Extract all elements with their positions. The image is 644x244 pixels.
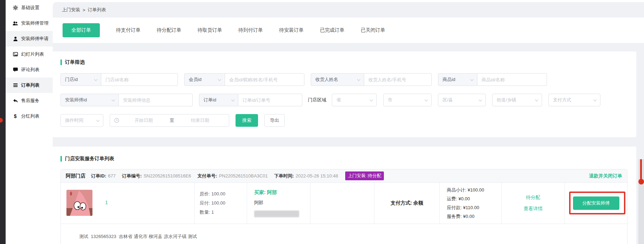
member-filter-group: 会员id	[184, 73, 304, 86]
product-image[interactable]	[66, 190, 92, 224]
order-body: 1 原价: 100.00 应付: 100.00 数量: 1 买家: 阿部 阿部	[61, 183, 627, 224]
sidebar-item-dividend-list[interactable]: $ 分红列表	[6, 108, 53, 124]
date-range-separator: 至	[168, 117, 176, 124]
payable-price: 应付: 100.00	[200, 200, 247, 206]
view-details-link[interactable]: 查看详情	[524, 206, 543, 212]
order-sn-value: SN22052615108516E6	[143, 173, 191, 179]
gear-icon	[13, 5, 18, 11]
tab-pending-cod[interactable]: 待到付订单	[238, 27, 263, 33]
tab-all-orders[interactable]: 全部订单	[63, 23, 100, 37]
consignee-name-input[interactable]	[364, 73, 432, 86]
user-icon	[13, 36, 18, 42]
breadcrumb-current: 订单列表	[88, 7, 106, 13]
sidebar-item-basic-settings[interactable]: 基础设置	[6, 0, 53, 15]
tab-completed[interactable]: 已完成订单	[320, 27, 344, 33]
sidebar-item-label: 安装师傅管理	[21, 20, 49, 26]
sidebar-item-label: 订单列表	[21, 82, 39, 88]
refund-close-link[interactable]: 退款并关闭订单	[589, 173, 623, 179]
list-icon	[13, 83, 18, 88]
order-header: 阿部门店 订单ID: 677 订单编号: SN22052615108516E6 …	[61, 169, 627, 183]
assign-installer-button[interactable]: 分配安装师傅	[573, 196, 619, 210]
product-id-input[interactable]	[477, 73, 547, 86]
order-status-tabs: 全部订单 待支付订单 待分配订单 待取货订单 待到付订单 待安装订单 已完成订单…	[53, 18, 644, 43]
product-cell: 1	[61, 183, 195, 224]
tab-pending-pickup[interactable]: 待取货订单	[198, 27, 222, 33]
product-id-select[interactable]: 商品id	[438, 73, 477, 86]
breadcrumb-parent[interactable]: 上门安装	[62, 7, 80, 13]
quantity-line: 数量: 1	[200, 209, 247, 215]
tab-pending-assignment[interactable]: 待分配订单	[157, 27, 181, 33]
admin-order-list-page: 基础设置 安装师傅管理 安装师傅申请 幻灯片列表 评论列表	[0, 0, 644, 244]
address-line: 测试 1326565323 吉林省 通化市 柳河县 凉水河子镇 测试	[79, 234, 197, 239]
order-row: 阿部门店 订单ID: 677 订单编号: SN22052615108516E6 …	[60, 169, 627, 244]
sidebar-item-order-list[interactable]: 订单列表	[6, 77, 53, 93]
original-price: 原价: 100.00	[200, 191, 247, 197]
empty-cell	[310, 183, 374, 224]
sidebar-item-installer-management[interactable]: 安装师傅管理	[6, 15, 53, 31]
store-region-label: 门店区域	[308, 97, 326, 103]
city-select[interactable]: 市	[383, 94, 432, 106]
comment-icon	[13, 67, 18, 73]
buyer-cell: 买家: 阿部 阿部	[247, 183, 310, 224]
start-date-field[interactable]: 开始日期	[119, 117, 168, 124]
buyer-label: 买家: 阿部	[254, 189, 310, 196]
payment-method-select[interactable]: 支付方式	[548, 94, 600, 106]
order-filter-card: 订单筛选 门店id 会员id	[53, 51, 636, 137]
payment-method-cell: 支付方式: 余额	[374, 183, 440, 224]
installer-id-select[interactable]: 安装师傅id	[60, 94, 119, 106]
sidebar-item-label: 安装师傅申请	[21, 36, 49, 42]
province-select[interactable]: 省	[332, 94, 377, 106]
order-address-row: 测试 1326565323 吉林省 通化市 柳河县 凉水河子镇 测试	[61, 224, 627, 244]
sidebar: 基础设置 安装师傅管理 安装师傅申请 幻灯片列表 评论列表	[6, 0, 53, 244]
search-button[interactable]: 搜索	[236, 114, 258, 127]
tab-pending-install[interactable]: 待安装订单	[279, 27, 304, 33]
action-cell: 分配安装师傅	[565, 183, 627, 224]
end-date-field[interactable]: 结束日期	[176, 117, 225, 124]
street-select[interactable]: 街道/乡镇	[492, 94, 542, 106]
sidebar-item-installer-application[interactable]: 安装师傅申请	[6, 31, 53, 46]
pending-assign-link[interactable]: 待分配	[526, 194, 540, 201]
chevron-down-icon	[479, 98, 482, 101]
store-id-input[interactable]	[101, 73, 178, 86]
chevron-down-icon	[425, 98, 428, 101]
image-icon	[13, 52, 18, 57]
sidebar-item-label: 评论列表	[21, 67, 39, 73]
operation-time-select[interactable]: 操作时间	[60, 114, 103, 127]
date-range-picker[interactable]: 开始日期 至 结束日期	[110, 114, 229, 127]
sidebar-item-comment-list[interactable]: 评论列表	[6, 62, 53, 77]
users-icon	[13, 21, 18, 26]
export-button[interactable]: 导出	[264, 114, 285, 127]
status-badge: 上门安装 :待分配	[345, 171, 384, 180]
censored-phone	[254, 211, 299, 217]
order-id-label: 订单ID:	[91, 173, 106, 179]
order-list-section-title: 门店安装服务订单列表	[60, 156, 636, 162]
sidebar-item-label: 售后服务	[21, 98, 39, 104]
tab-closed[interactable]: 已关闭订单	[361, 27, 385, 33]
subtotal-line: 商品小计: ¥100.00	[447, 187, 501, 193]
order-sn-label: 订单编号:	[122, 173, 142, 179]
sidebar-item-after-sales[interactable]: 售后服务	[6, 93, 53, 108]
store-id-select[interactable]: 门店id	[60, 73, 101, 86]
chevron-down-icon	[357, 77, 361, 81]
amounts-cell: 商品小计: ¥100.00 运费: ¥0.00 应付款: ¥110.00 服务费…	[440, 183, 502, 224]
member-id-input[interactable]	[225, 73, 304, 86]
sidebar-item-label: 基础设置	[21, 5, 39, 11]
order-id-select[interactable]: 订单id	[199, 94, 238, 106]
scrollbar-red-marker	[640, 159, 642, 181]
tab-pending-payment[interactable]: 待支付订单	[116, 27, 141, 33]
green-bar-icon	[60, 156, 62, 162]
chevron-down-icon	[112, 98, 115, 101]
consignee-name-select[interactable]: 收货人姓名	[311, 73, 364, 86]
price-cell: 原价: 100.00 应付: 100.00 数量: 1	[195, 183, 247, 224]
chevron-down-icon	[370, 98, 373, 101]
pay-no-label: 支付单号:	[198, 173, 217, 179]
installer-info-input[interactable]	[119, 94, 193, 106]
chevron-down-icon	[94, 77, 98, 81]
dollar-icon: $	[13, 114, 18, 119]
reply-icon	[13, 98, 18, 104]
sidebar-item-slideshow-list[interactable]: 幻灯片列表	[6, 46, 53, 62]
order-id-filter-group: 订单id	[199, 94, 302, 106]
member-id-select[interactable]: 会员id	[184, 73, 225, 86]
district-select[interactable]: 区/县	[438, 94, 486, 106]
order-id-input[interactable]	[238, 94, 302, 106]
